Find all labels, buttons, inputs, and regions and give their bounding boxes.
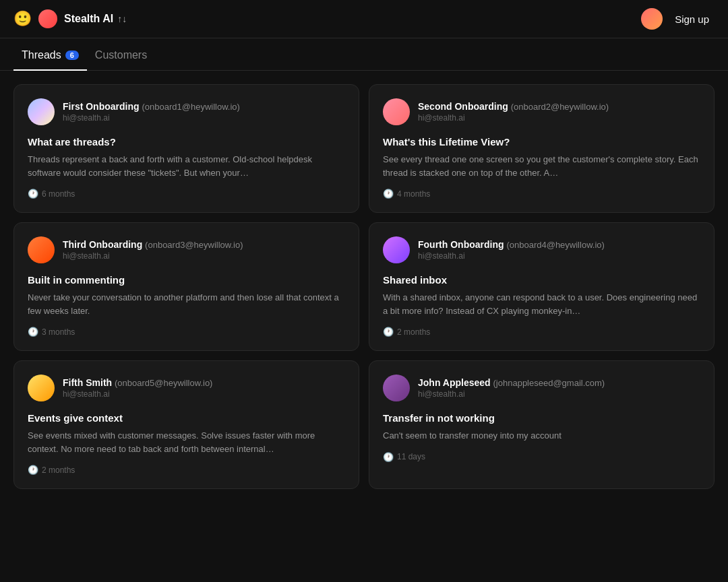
thread-card[interactable]: Fourth Onboarding (onboard4@heywillow.io… <box>369 222 715 351</box>
card-footer: 🕐 11 days <box>383 452 700 462</box>
card-info: Fifth Smith (onboard5@heywillow.io) hi@s… <box>63 377 212 399</box>
card-email: (onboard2@heywillow.io) <box>511 102 609 112</box>
tab-threads-label: Threads <box>22 49 61 61</box>
card-body: See every thread one one screen so you g… <box>383 153 700 179</box>
card-info: Second Onboarding (onboard2@heywillow.io… <box>418 101 609 123</box>
card-name: John Appleseed (johnappleseed@gmail.com) <box>418 377 605 388</box>
card-avatar <box>28 375 55 401</box>
clock-icon: 🕐 <box>28 189 38 199</box>
card-email: (onboard1@heywillow.io) <box>142 102 239 112</box>
app-header: 🙂 Stealth AI ↑↓ Sign up <box>0 0 728 38</box>
clock-icon: 🕐 <box>28 465 38 475</box>
card-header: Second Onboarding (onboard2@heywillow.io… <box>383 98 700 125</box>
user-avatar[interactable] <box>641 8 663 30</box>
card-footer: 🕐 2 months <box>28 465 345 475</box>
card-header: Fifth Smith (onboard5@heywillow.io) hi@s… <box>28 375 345 401</box>
card-footer: 🕐 2 months <box>383 327 700 337</box>
brand-name: Stealth AI ↑↓ <box>64 13 127 25</box>
clock-icon: 🕐 <box>383 452 394 462</box>
card-footer: 🕐 3 months <box>28 327 345 337</box>
thread-card[interactable]: First Onboarding (onboard1@heywillow.io)… <box>13 84 359 213</box>
tab-bar: Threads 6 Customers <box>0 38 728 71</box>
tab-customers-label: Customers <box>95 49 147 61</box>
card-time: 2 months <box>397 327 430 337</box>
card-name: Fifth Smith (onboard5@heywillow.io) <box>63 377 212 388</box>
card-name: Fourth Onboarding (onboard4@heywillow.io… <box>418 239 605 250</box>
card-info: Fourth Onboarding (onboard4@heywillow.io… <box>418 239 605 261</box>
card-title: Shared inbox <box>383 274 700 286</box>
card-title: Transfer in not working <box>383 412 700 424</box>
card-footer: 🕐 4 months <box>383 189 700 199</box>
card-info: First Onboarding (onboard1@heywillow.io)… <box>63 101 240 123</box>
brand-logo <box>38 9 57 28</box>
card-sender: hi@stealth.ai <box>63 389 212 399</box>
thread-card[interactable]: Second Onboarding (onboard2@heywillow.io… <box>369 84 715 213</box>
card-name: First Onboarding (onboard1@heywillow.io) <box>63 101 240 112</box>
tab-threads-badge: 6 <box>65 51 79 60</box>
card-avatar <box>383 236 410 263</box>
sign-up-button[interactable]: Sign up <box>669 11 715 28</box>
card-time: 11 days <box>397 452 425 461</box>
card-avatar <box>28 98 55 125</box>
card-name: Third Onboarding (onboard3@heywillow.io) <box>63 239 243 250</box>
thread-card[interactable]: Fifth Smith (onboard5@heywillow.io) hi@s… <box>13 360 359 489</box>
clock-icon: 🕐 <box>383 189 394 199</box>
tab-threads[interactable]: Threads 6 <box>13 38 87 71</box>
thread-card[interactable]: Third Onboarding (onboard3@heywillow.io)… <box>13 222 359 351</box>
card-body: Can't seem to transfer money into my acc… <box>383 429 700 443</box>
card-time: 6 months <box>42 189 75 199</box>
card-sender: hi@stealth.ai <box>418 251 605 261</box>
emoji-icon[interactable]: 🙂 <box>13 10 32 28</box>
header-left: 🙂 Stealth AI ↑↓ <box>13 9 127 28</box>
card-title: Built in commenting <box>28 274 345 286</box>
card-email: (johnappleseed@gmail.com) <box>493 378 605 388</box>
card-email: (onboard3@heywillow.io) <box>145 240 243 250</box>
card-header: First Onboarding (onboard1@heywillow.io)… <box>28 98 345 125</box>
card-footer: 🕐 6 months <box>28 189 345 199</box>
sort-icon[interactable]: ↑↓ <box>117 13 127 24</box>
card-body: With a shared inbox, anyone can respond … <box>383 291 700 317</box>
card-info: Third Onboarding (onboard3@heywillow.io)… <box>63 239 243 261</box>
card-email: (onboard5@heywillow.io) <box>115 378 212 388</box>
card-body: Threads represent a back and forth with … <box>28 153 345 179</box>
card-time: 4 months <box>397 189 430 199</box>
card-name: Second Onboarding (onboard2@heywillow.io… <box>418 101 609 112</box>
card-header: John Appleseed (johnappleseed@gmail.com)… <box>383 375 700 401</box>
card-sender: hi@stealth.ai <box>63 251 243 261</box>
card-title: What are threads? <box>28 136 345 148</box>
card-avatar <box>383 98 410 125</box>
card-header: Third Onboarding (onboard3@heywillow.io)… <box>28 236 345 263</box>
card-info: John Appleseed (johnappleseed@gmail.com)… <box>418 377 605 399</box>
clock-icon: 🕐 <box>383 327 394 337</box>
clock-icon: 🕐 <box>28 327 38 337</box>
card-time: 2 months <box>42 465 75 475</box>
brand-text: Stealth AI <box>64 13 113 25</box>
header-right: Sign up <box>641 8 715 30</box>
card-avatar <box>383 375 410 401</box>
card-body: See events mixed with customer messages.… <box>28 429 345 455</box>
thread-card[interactable]: John Appleseed (johnappleseed@gmail.com)… <box>369 360 715 489</box>
card-title: What's this Lifetime View? <box>383 136 700 148</box>
card-time: 3 months <box>42 327 75 337</box>
card-title: Events give context <box>28 412 345 424</box>
card-sender: hi@stealth.ai <box>63 113 240 123</box>
card-body: Never take your conversation to another … <box>28 291 345 317</box>
card-sender: hi@stealth.ai <box>418 113 609 123</box>
card-email: (onboard4@heywillow.io) <box>506 240 604 250</box>
tab-customers[interactable]: Customers <box>87 38 155 71</box>
card-sender: hi@stealth.ai <box>418 389 605 399</box>
card-header: Fourth Onboarding (onboard4@heywillow.io… <box>383 236 700 263</box>
card-avatar <box>28 236 55 263</box>
threads-grid: First Onboarding (onboard1@heywillow.io)… <box>0 71 728 503</box>
